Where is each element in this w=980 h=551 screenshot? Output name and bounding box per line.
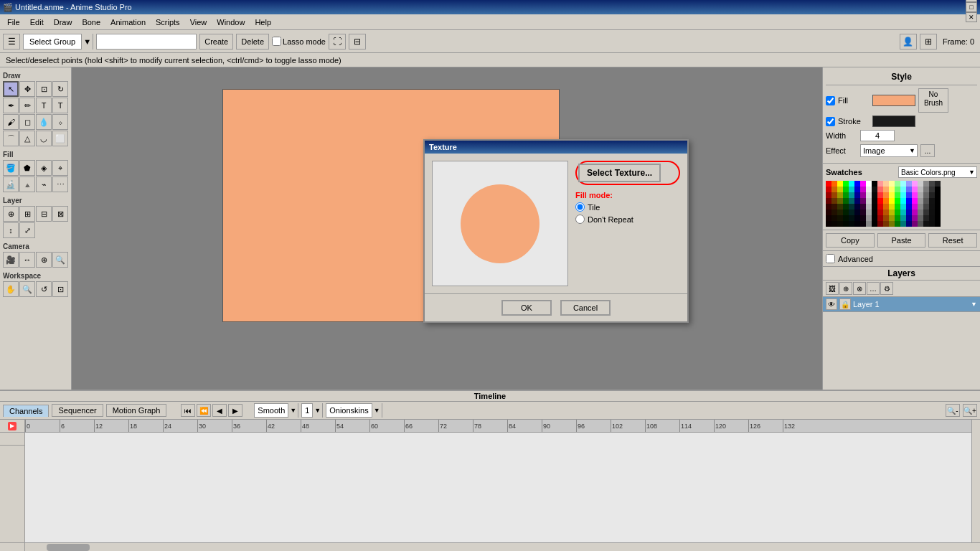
menu-animation[interactable]: Animation [106,17,150,28]
h-scroll-thumb[interactable] [47,544,90,551]
color-cell[interactable] [872,221,877,227]
color-cell[interactable] [837,198,843,204]
horizontal-scrollbar[interactable] [25,542,971,551]
color-cell[interactable] [877,192,883,198]
color-cell[interactable] [837,181,843,187]
tool-layer1[interactable]: ⊕ [3,206,19,222]
color-cell[interactable] [900,215,906,221]
lasso-mode-check[interactable]: Lasso mode [272,37,326,46]
tool-warp[interactable]: ⟁ [19,176,35,192]
color-cell[interactable] [889,187,895,192]
swatches-dropdown-arrow[interactable]: ▼ [967,169,976,176]
color-cell[interactable] [906,181,912,187]
color-cell[interactable] [906,221,912,227]
color-cell[interactable] [849,204,854,209]
color-cell[interactable] [826,221,831,227]
color-cell[interactable] [906,215,912,221]
toolbar-profile-icon[interactable]: 👤 [900,34,917,50]
tool-shape[interactable]: △ [19,131,35,146]
color-cell[interactable] [837,209,843,215]
color-cell[interactable] [866,181,872,187]
frame-arrow[interactable]: ▼ [312,403,322,418]
color-cell[interactable] [935,187,941,192]
toolbar-icon2[interactable]: ⛶ [329,34,346,50]
color-cell[interactable] [877,198,883,204]
frame-dropdown[interactable]: 1 ▼ [301,403,323,418]
lasso-mode-checkbox[interactable] [272,37,281,46]
color-cell[interactable] [929,204,935,209]
smooth-dropdown[interactable]: Smooth ▼ [254,403,298,418]
color-cell[interactable] [912,209,918,215]
tool-layer6[interactable]: ⤢ [19,222,35,238]
tool-erase[interactable]: ◻ [19,114,35,130]
color-cell[interactable] [883,204,889,209]
color-cell[interactable] [929,192,935,198]
color-cell[interactable] [935,204,941,209]
dont-repeat-radio[interactable] [575,215,585,224]
color-cell[interactable] [877,221,883,227]
color-cell[interactable] [860,192,866,198]
tool-cam1[interactable]: 🎥 [3,252,19,268]
color-cell[interactable] [849,198,854,204]
color-cell[interactable] [872,215,877,221]
effect-dots-button[interactable]: ... [920,144,935,157]
stroke-checkbox[interactable] [826,117,835,126]
color-cell[interactable] [935,192,941,198]
color-cell[interactable] [849,209,854,215]
color-cell[interactable] [872,187,877,192]
play-prev-btn[interactable]: ⏪ [197,404,211,417]
tool-type[interactable]: T [52,98,68,113]
layer-visibility-btn[interactable]: 👁 [826,298,837,310]
play-btn[interactable]: ▶ [228,404,242,417]
color-cell[interactable] [854,198,860,204]
color-cell[interactable] [843,181,849,187]
tool-layer4[interactable]: ⊠ [52,206,68,222]
close-button[interactable]: ✕ [966,12,977,22]
color-cell[interactable] [923,215,929,221]
color-cell[interactable] [900,221,906,227]
color-cell[interactable] [843,187,849,192]
color-cell[interactable] [923,181,929,187]
color-cell[interactable] [889,181,895,187]
color-cell[interactable] [935,215,941,221]
color-cell[interactable] [843,221,849,227]
toolbar-grid-icon[interactable]: ⊞ [920,34,937,50]
color-cell[interactable] [912,215,918,221]
color-cell[interactable] [837,215,843,221]
tool-fill-bucket[interactable]: 🪣 [3,160,19,176]
menu-bone[interactable]: Bone [77,17,105,28]
vertical-scrollbar[interactable] [971,420,980,542]
tool-ws1[interactable]: ✋ [3,281,19,297]
color-cell[interactable] [889,215,895,221]
swatches-dropdown[interactable]: Basic Colors.png ▼ [898,166,977,178]
tool-layer3[interactable]: ⊟ [36,206,52,222]
color-cell[interactable] [860,204,866,209]
timeline-tab-motion-graph[interactable]: Motion Graph [106,404,167,417]
color-cell[interactable] [900,192,906,198]
color-cell[interactable] [843,215,849,221]
delete-button[interactable]: Delete [236,34,269,50]
color-cell[interactable] [935,209,941,215]
color-cell[interactable] [912,198,918,204]
color-cell[interactable] [900,187,906,192]
toolbar-text-input[interactable] [96,34,197,50]
color-cell[interactable] [826,181,831,187]
color-cell[interactable] [883,181,889,187]
color-cell[interactable] [900,204,906,209]
color-cell[interactable] [923,192,929,198]
copy-button[interactable]: Copy [826,233,875,248]
color-cell[interactable] [843,204,849,209]
layer-del-btn[interactable]: ⊗ [853,282,866,295]
color-cell[interactable] [860,187,866,192]
color-cell[interactable] [912,192,918,198]
color-cell[interactable] [872,198,877,204]
color-cell[interactable] [849,221,854,227]
select-group-arrow[interactable]: ▼ [81,34,93,50]
color-cell[interactable] [843,192,849,198]
tool-rect[interactable]: ⬜ [52,131,68,146]
color-cell[interactable] [860,221,866,227]
color-cell[interactable] [895,209,900,215]
color-cell[interactable] [866,192,872,198]
color-cell[interactable] [900,181,906,187]
timeline-tab-channels[interactable]: Channels [3,405,49,417]
